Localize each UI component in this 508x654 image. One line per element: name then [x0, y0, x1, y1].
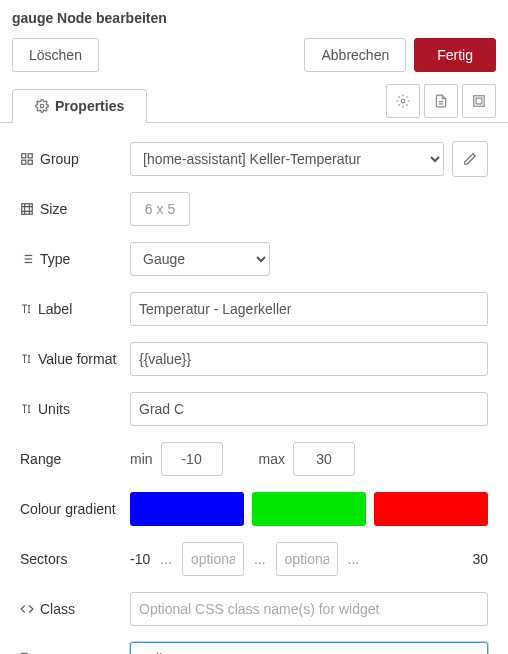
- code-icon: [20, 602, 34, 616]
- sector-dots: ...: [346, 551, 362, 567]
- edit-group-button[interactable]: [452, 141, 488, 177]
- sector-2-input[interactable]: [276, 542, 338, 576]
- name-input[interactable]: [130, 642, 488, 654]
- svg-rect-5: [476, 98, 482, 104]
- value-format-label: Value format: [20, 351, 130, 367]
- range-min-input[interactable]: [161, 442, 223, 476]
- form: Group [home-assistant] Keller-Temperatur…: [0, 123, 508, 654]
- svg-rect-7: [28, 154, 32, 158]
- gear-icon: [396, 94, 410, 108]
- group-select[interactable]: [home-assistant] Keller-Temperatur: [130, 142, 444, 176]
- text-height-icon: [20, 302, 32, 316]
- tab-properties-label: Properties: [55, 98, 124, 114]
- colour-swatch-1[interactable]: [130, 492, 244, 526]
- size-label: Size: [20, 201, 130, 217]
- delete-button[interactable]: Löschen: [12, 38, 99, 72]
- value-format-input[interactable]: [130, 342, 488, 376]
- svg-point-1: [401, 99, 405, 103]
- tabs-row: Properties: [0, 84, 508, 123]
- text-height-icon: [20, 352, 32, 366]
- sector-dots: ...: [252, 551, 268, 567]
- svg-point-0: [40, 104, 44, 108]
- colour-swatch-3[interactable]: [374, 492, 488, 526]
- sectors-label: Sectors: [20, 551, 130, 567]
- range-max-input[interactable]: [293, 442, 355, 476]
- svg-rect-8: [22, 160, 26, 164]
- grid-icon: [20, 152, 34, 166]
- cancel-button[interactable]: Abbrechen: [304, 38, 406, 72]
- units-input[interactable]: [130, 392, 488, 426]
- range-min-text: min: [130, 451, 153, 467]
- tab-properties[interactable]: Properties: [12, 89, 147, 123]
- sectors-end: 30: [472, 551, 488, 567]
- range-label: Range: [20, 451, 130, 467]
- file-icon: [434, 93, 448, 109]
- sector-1-input[interactable]: [182, 542, 244, 576]
- type-select[interactable]: Gauge: [130, 242, 270, 276]
- docs-icon-button[interactable]: [424, 84, 458, 118]
- pencil-icon: [463, 152, 477, 166]
- settings-icon-button[interactable]: [386, 84, 420, 118]
- class-input[interactable]: [130, 592, 488, 626]
- label-input[interactable]: [130, 292, 488, 326]
- dialog-title: gauge Node bearbeiten: [0, 0, 508, 34]
- group-label: Group: [20, 151, 130, 167]
- sectors-start: -10: [130, 551, 150, 567]
- type-label: Type: [20, 251, 130, 267]
- sector-dots: ...: [158, 551, 174, 567]
- layout-icon: [472, 94, 486, 108]
- layout-icon-button[interactable]: [462, 84, 496, 118]
- range-max-text: max: [259, 451, 285, 467]
- colour-swatch-2[interactable]: [252, 492, 366, 526]
- button-bar: Löschen Abbrechen Fertig: [0, 34, 508, 84]
- class-label: Class: [20, 601, 130, 617]
- label-label: Label: [20, 301, 130, 317]
- list-icon: [20, 252, 34, 266]
- gear-icon: [35, 99, 49, 113]
- units-label: Units: [20, 401, 130, 417]
- done-button[interactable]: Fertig: [414, 38, 496, 72]
- size-picker[interactable]: 6 x 5: [130, 192, 190, 226]
- svg-rect-6: [22, 154, 26, 158]
- text-height-icon: [20, 402, 32, 416]
- svg-rect-9: [28, 160, 32, 164]
- svg-rect-4: [474, 96, 485, 107]
- svg-rect-10: [22, 204, 33, 215]
- colour-gradient-label: Colour gradient: [20, 501, 130, 517]
- resize-icon: [20, 202, 34, 216]
